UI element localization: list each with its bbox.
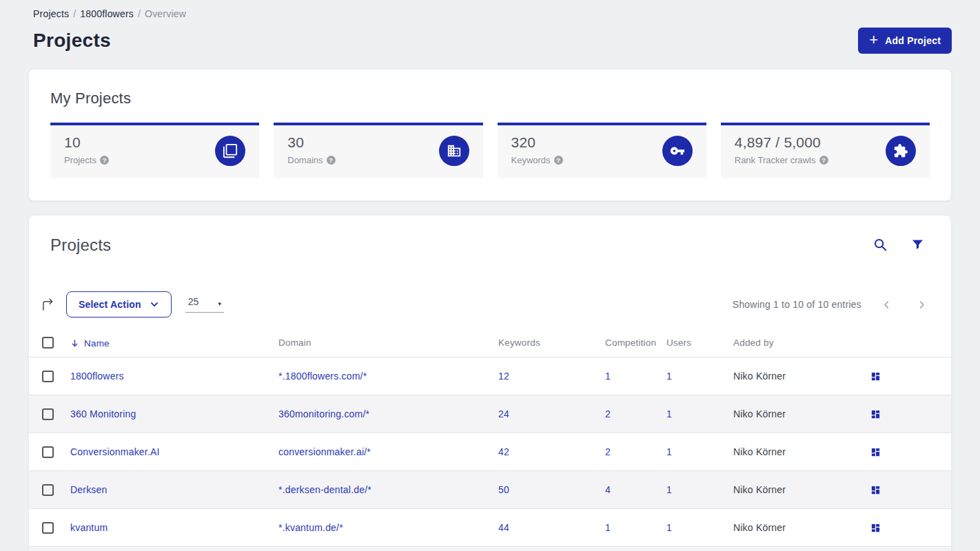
project-domain-link[interactable]: *.1800flowers.com/* — [278, 371, 367, 382]
project-name-link[interactable]: Derksen — [70, 484, 108, 495]
stat-label: Projects — [64, 155, 96, 165]
search-icon[interactable] — [872, 237, 888, 252]
dashboard-icon[interactable] — [870, 371, 881, 382]
stat-label: Keywords — [511, 155, 551, 165]
column-header-added-by[interactable]: Added by — [733, 333, 855, 357]
project-domain-link[interactable]: conversionmaker.ai/* — [278, 446, 371, 457]
projects-copy-icon — [215, 136, 245, 166]
stat-tile-domains: 30 Domains? — [274, 123, 482, 178]
project-users-link[interactable]: 1 — [666, 484, 672, 495]
breadcrumb-overview: Overview — [145, 8, 186, 19]
page-size-value: 25 — [188, 296, 199, 307]
pagination-info: Showing 1 to 10 of 10 entries — [733, 299, 861, 310]
added-by-value: Niko Körner — [733, 522, 786, 533]
breadcrumb-1800flowers[interactable]: 1800flowers — [80, 8, 134, 19]
project-competition-link[interactable]: 4 — [605, 484, 611, 495]
project-users-link[interactable]: 1 — [666, 522, 672, 533]
table-row: kvantum *.kvantum.de/* 44 1 1 Niko Körne… — [29, 509, 951, 547]
breadcrumb: Projects/1800flowers/Overview — [28, 8, 952, 19]
stat-label: Domains — [287, 155, 323, 165]
stat-tiles: 10 Projects? 30 Domains? 320 Keywords? — [50, 123, 930, 178]
row-checkbox[interactable] — [42, 484, 54, 496]
select-arrow-icon: ▼ — [217, 301, 223, 307]
breadcrumb-projects[interactable]: Projects — [33, 8, 69, 19]
my-projects-card: My Projects 10 Projects? 30 Domains? 320… — [28, 69, 952, 201]
stat-label: Rank Tracker crawls — [735, 155, 816, 165]
column-header-competition[interactable]: Competition — [605, 333, 666, 357]
add-project-button[interactable]: + Add Project — [858, 28, 952, 54]
table-row: 1800flowers *.1800flowers.com/* 12 1 1 N… — [29, 357, 951, 395]
project-keywords-link[interactable]: 12 — [498, 371, 509, 382]
project-competition-link[interactable]: 2 — [605, 446, 611, 457]
column-header-keywords[interactable]: Keywords — [498, 333, 605, 357]
table-row: 360 Monitoring 360monitoring.com/* 24 2 … — [29, 395, 951, 433]
table-row: Derksen *.derksen-dental.de/* 50 4 1 Nik… — [29, 471, 951, 509]
table-header-row: Name Domain Keywords Competition Users A… — [29, 333, 951, 357]
next-page-icon[interactable] — [915, 298, 928, 311]
project-keywords-link[interactable]: 24 — [498, 408, 509, 419]
stat-tile-projects: 10 Projects? — [50, 123, 259, 178]
puzzle-icon — [886, 136, 916, 166]
page-title: Projects — [33, 30, 111, 52]
project-domain-link[interactable]: *.derksen-dental.de/* — [278, 484, 371, 495]
row-checkbox[interactable] — [42, 522, 54, 534]
project-competition-link[interactable]: 1 — [605, 371, 611, 382]
project-name-link[interactable]: kvantum — [70, 522, 108, 533]
column-header-domain[interactable]: Domain — [278, 333, 498, 357]
dashboard-icon[interactable] — [870, 485, 881, 495]
dashboard-icon[interactable] — [870, 409, 881, 419]
sort-desc-icon — [70, 339, 79, 348]
project-name-link[interactable]: 360 Monitoring — [70, 408, 136, 419]
dashboard-icon[interactable] — [870, 523, 881, 533]
projects-table: Name Domain Keywords Competition Users A… — [29, 333, 951, 551]
my-projects-title: My Projects — [50, 90, 930, 107]
help-icon[interactable]: ? — [100, 156, 109, 165]
project-name-link[interactable]: 1800flowers — [70, 371, 124, 382]
added-by-value: Niko Körner — [733, 446, 786, 457]
projects-table-card: Projects Select Action — [28, 215, 952, 551]
row-checkbox[interactable] — [42, 446, 54, 458]
export-icon[interactable] — [41, 298, 55, 312]
help-icon[interactable]: ? — [554, 156, 563, 165]
projects-table-title: Projects — [50, 236, 111, 255]
select-action-dropdown[interactable]: Select Action — [66, 291, 172, 318]
table-row-partial — [29, 547, 951, 551]
page-size-select[interactable]: 25 ▼ — [185, 296, 224, 313]
column-header-name[interactable]: Name — [70, 333, 278, 357]
select-action-label: Select Action — [79, 299, 141, 310]
add-project-label: Add Project — [885, 35, 941, 46]
stat-tile-keywords: 320 Keywords? — [498, 123, 706, 178]
plus-icon: + — [869, 32, 878, 48]
project-users-link[interactable]: 1 — [666, 371, 672, 382]
project-users-link[interactable]: 1 — [666, 408, 672, 419]
help-icon[interactable]: ? — [819, 156, 828, 165]
added-by-value: Niko Körner — [733, 484, 786, 495]
row-checkbox[interactable] — [42, 371, 54, 382]
projects-table-body: 1800flowers *.1800flowers.com/* 12 1 1 N… — [29, 357, 951, 551]
project-competition-link[interactable]: 2 — [605, 408, 611, 419]
project-keywords-link[interactable]: 42 — [498, 446, 509, 457]
domain-building-icon — [439, 136, 469, 166]
column-header-users[interactable]: Users — [666, 333, 733, 357]
stat-tile-rank-tracker: 4,897 / 5,000 Rank Tracker crawls? — [721, 123, 930, 178]
key-icon — [662, 136, 693, 166]
filter-icon[interactable] — [911, 238, 924, 251]
added-by-value: Niko Körner — [733, 371, 786, 382]
prev-page-icon[interactable] — [880, 298, 893, 311]
project-competition-link[interactable]: 1 — [605, 522, 611, 533]
project-domain-link[interactable]: *.kvantum.de/* — [278, 522, 343, 533]
added-by-value: Niko Körner — [733, 408, 786, 419]
table-row: Conversionmaker.AI conversionmaker.ai/* … — [29, 433, 951, 471]
project-users-link[interactable]: 1 — [666, 446, 672, 457]
chevron-down-icon — [150, 300, 159, 309]
project-keywords-link[interactable]: 50 — [498, 484, 509, 495]
project-domain-link[interactable]: 360monitoring.com/* — [278, 408, 369, 419]
help-icon[interactable]: ? — [327, 156, 336, 165]
project-keywords-link[interactable]: 44 — [498, 522, 509, 533]
breadcrumb-separator: / — [138, 8, 141, 19]
row-checkbox[interactable] — [42, 408, 54, 420]
select-all-checkbox[interactable] — [42, 337, 54, 349]
project-name-link[interactable]: Conversionmaker.AI — [70, 446, 160, 457]
dashboard-icon[interactable] — [870, 447, 881, 457]
page: Projects/1800flowers/Overview Projects +… — [0, 0, 980, 551]
